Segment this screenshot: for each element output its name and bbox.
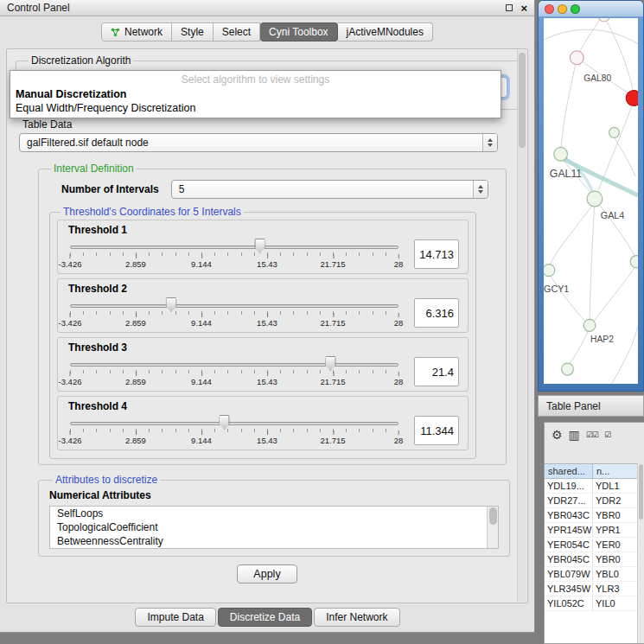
list-item[interactable]: TopologicalCoefficient xyxy=(50,520,498,534)
slider-thumb[interactable] xyxy=(219,415,230,430)
tab-cyni-toolbox[interactable]: Cyni Toolbox xyxy=(260,22,337,41)
combo-stepper-icon[interactable] xyxy=(473,181,488,198)
node-gal11[interactable] xyxy=(554,147,568,161)
close-traffic-light[interactable] xyxy=(545,4,554,14)
control-panel-scrollbar[interactable] xyxy=(517,50,526,602)
discretization-algorithm-group-title: Discretization Algorith xyxy=(29,54,133,67)
slider-scale: -3.426 2.859 9.144 15.43 21.715 28 xyxy=(70,316,399,328)
threshold-2-value-field[interactable]: 6.316 xyxy=(414,298,459,328)
interval-definition-title: Interval Definition xyxy=(51,163,137,175)
combo-stepper-icon[interactable] xyxy=(482,134,497,151)
threshold-1-label: Threshold 1 xyxy=(68,224,459,236)
threshold-3-slider[interactable]: -3.426 2.859 9.144 15.43 21.715 28 xyxy=(68,354,400,390)
slider-scale: -3.426 2.859 9.144 15.43 21.715 28 xyxy=(70,257,399,269)
table-data-label: Table Data xyxy=(22,118,498,131)
tab-network[interactable]: Network xyxy=(101,22,172,41)
node-gal4[interactable] xyxy=(587,191,603,207)
selection-mode-icon[interactable]: ☑ xyxy=(604,431,610,439)
threshold-3-label: Threshold 3 xyxy=(68,341,459,354)
table-row[interactable]: YDL19...YDL1 xyxy=(545,479,644,494)
table-row[interactable]: YDR27...YDR2 xyxy=(545,494,644,508)
threshold-2-slider[interactable]: -3.426 2.859 9.144 15.43 21.715 28 xyxy=(68,295,400,331)
number-of-intervals-value: 5 xyxy=(179,183,185,195)
slider-track[interactable] xyxy=(70,304,399,308)
number-of-intervals-combobox[interactable]: 5 xyxy=(171,180,488,199)
table-panel-titlebar[interactable]: Table Panel xyxy=(538,395,644,417)
slider-ticks xyxy=(70,429,399,432)
network-window-titlebar[interactable] xyxy=(539,1,643,17)
tab-infer-network[interactable]: Infer Network xyxy=(314,608,399,627)
table-row[interactable]: YBL079WYBL0 xyxy=(545,567,644,582)
desktop: Control Panel × Network Style Select xyxy=(0,0,644,644)
column-header-shared-name[interactable]: shared... xyxy=(545,464,593,479)
close-icon[interactable]: × xyxy=(520,3,527,14)
threshold-4-slider[interactable]: -3.426 2.859 9.144 15.43 21.715 28 xyxy=(68,412,400,449)
dropdown-option-equal-width-frequency[interactable]: Equal Width/Frequency Discretization xyxy=(10,101,501,115)
dropdown-placeholder: Select algorithm to view settings xyxy=(10,73,501,87)
number-of-intervals-row: Number of Intervals 5 xyxy=(46,176,499,206)
list-item[interactable]: BetweennessCentrality xyxy=(50,534,498,548)
slider-track[interactable] xyxy=(70,245,399,249)
thresholds-group: Threshold's Coordinates for 5 Intervals … xyxy=(49,206,476,459)
minimize-traffic-light[interactable] xyxy=(558,4,567,14)
node[interactable] xyxy=(598,18,610,22)
node-label-gal11: GAL11 xyxy=(550,168,582,180)
numerical-attributes-list[interactable]: SelfLoops TopologicalCoefficient Between… xyxy=(49,506,499,549)
node-hap2[interactable] xyxy=(583,319,596,331)
node-label-gal80: GAL80 xyxy=(583,73,611,83)
slider-track[interactable] xyxy=(70,363,399,367)
column-chooser-icon[interactable]: ▥ xyxy=(569,429,580,441)
slider-thumb[interactable] xyxy=(254,239,265,253)
slider-thumb[interactable] xyxy=(166,297,177,312)
scrollbar-thumb[interactable] xyxy=(639,464,643,520)
network-icon xyxy=(111,28,120,37)
table-data-value: galFiltered.sif default node xyxy=(27,137,149,149)
apply-button[interactable]: Apply xyxy=(237,564,296,583)
tab-jactivemnodules[interactable]: jActiveMNodules xyxy=(338,22,433,41)
threshold-1-slider[interactable]: -3.426 2.859 9.144 15.43 21.715 28 xyxy=(68,236,400,272)
list-scrollbar[interactable] xyxy=(487,507,498,548)
select-all-icon[interactable]: ☑☑ xyxy=(586,431,598,439)
table-row[interactable]: YBR043CYBR0 xyxy=(545,508,644,523)
tab-select[interactable]: Select xyxy=(214,22,260,41)
list-item[interactable]: SelfLoops xyxy=(50,507,498,520)
threshold-3-value-field[interactable]: 21.4 xyxy=(414,357,459,386)
threshold-1-value-field[interactable]: 14.713 xyxy=(414,239,459,269)
tab-discretize-data[interactable]: Discretize Data xyxy=(218,608,312,627)
node[interactable] xyxy=(562,363,574,375)
node-selected[interactable] xyxy=(626,91,638,106)
slider-scale: -3.426 2.859 9.144 15.43 21.715 28 xyxy=(70,374,399,386)
scrollbar-thumb[interactable] xyxy=(519,53,526,148)
node-gcy1[interactable] xyxy=(544,265,555,277)
slider-track[interactable] xyxy=(70,422,399,425)
slider-scale: -3.426 2.859 9.144 15.43 21.715 28 xyxy=(70,433,399,445)
node-label-gal4: GAL4 xyxy=(601,210,625,220)
control-panel-titlebar[interactable]: Control Panel × xyxy=(0,0,534,16)
node[interactable] xyxy=(630,256,638,268)
network-canvas[interactable]: GAL80 GAL11 GAL4 GCY1 HAP2 xyxy=(544,18,638,384)
node-gal80[interactable] xyxy=(570,51,583,65)
table-row[interactable]: YIL052CYIL0 xyxy=(545,596,644,611)
table-toolbar: ⚙ ▥ ☑☑ ☑ xyxy=(545,423,644,447)
threshold-4-value-field[interactable]: 11.344 xyxy=(414,416,459,445)
network-graph: GAL80 GAL11 GAL4 GCY1 HAP2 xyxy=(544,18,638,384)
attributes-group-title: Attributes to discretize xyxy=(53,474,160,486)
dropdown-option-manual-discretization[interactable]: Manual Discretization xyxy=(10,87,501,101)
table-row[interactable]: YLR345WYLR3 xyxy=(545,582,644,596)
table-row[interactable]: YBR045CYBR0 xyxy=(545,552,644,567)
control-panel-window: Control Panel × Network Style Select xyxy=(0,0,535,633)
table-scrollbar[interactable] xyxy=(637,463,644,643)
tab-style[interactable]: Style xyxy=(172,22,214,41)
tab-impute-data[interactable]: Impute Data xyxy=(135,608,215,627)
table-data-combobox[interactable]: galFiltered.sif default node xyxy=(19,133,498,152)
table-browser-window: ⚙ ▥ ☑☑ ☑ shared... n... YDL19...YDL1 YDR… xyxy=(544,422,644,644)
table-row[interactable]: YPR145WYPR1 xyxy=(545,523,644,538)
settings-gear-icon[interactable]: ⚙ xyxy=(552,429,563,441)
number-of-intervals-label: Number of Intervals xyxy=(61,183,159,195)
slider-thumb[interactable] xyxy=(325,356,336,371)
table-row[interactable]: YER054CYER0 xyxy=(545,538,644,552)
zoom-traffic-light[interactable] xyxy=(571,4,580,14)
node-table: shared... n... YDL19...YDL1 YDR27...YDR2… xyxy=(545,463,644,643)
node[interactable] xyxy=(609,127,620,137)
float-window-icon[interactable] xyxy=(506,4,513,11)
